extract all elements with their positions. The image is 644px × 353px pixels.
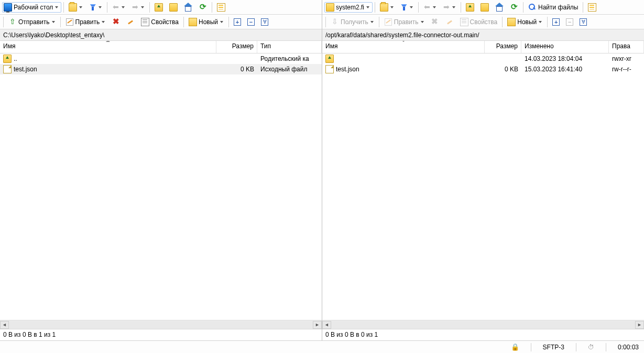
folder-icon (326, 3, 334, 12)
right-file-list: Имя Размер Изменено Права 14.03.2023 18:… (322, 41, 644, 329)
home-button[interactable] (181, 2, 195, 13)
scroll-track[interactable] (331, 321, 635, 329)
chevron-down-icon (220, 20, 224, 24)
chevron-down-icon (370, 20, 374, 24)
delete-button[interactable]: ✖ (428, 16, 442, 28)
edit-button[interactable]: Править (63, 16, 108, 28)
cell-size (485, 58, 521, 59)
properties-button[interactable]: Свойства (457, 16, 500, 28)
right-hscroll[interactable]: ◄ ► (322, 320, 644, 329)
expand-all-button[interactable]: + (550, 17, 562, 27)
right-pane: system2.fi ⬅ ➡ ⟳ Найти файлы (322, 0, 644, 340)
table-row[interactable]: ..Родительский ка (0, 54, 322, 64)
left-file-list: Имя Размер Тип ..Родительский каtest.jso… (0, 41, 322, 329)
send-button[interactable]: ⇧ Отправить (6, 16, 58, 28)
back-button[interactable]: ⬅ (110, 2, 128, 13)
properties-label: Свойства (151, 18, 179, 26)
col-size[interactable]: Размер (216, 41, 257, 53)
chevron-down-icon (141, 5, 145, 9)
receive-button[interactable]: ⇩ Получить (328, 16, 377, 28)
root-button[interactable] (478, 2, 492, 13)
stopwatch-icon: ⏱ (588, 344, 594, 351)
table-row[interactable]: test.json0 KBИсходный файл (0, 64, 322, 74)
cell-type: Родительский ка (257, 55, 322, 63)
scroll-right-icon[interactable]: ► (635, 321, 644, 329)
new-button[interactable]: Новый (505, 16, 545, 28)
arrow-right-icon: ➡ (443, 3, 450, 12)
col-type[interactable]: Тип (257, 41, 322, 53)
right-list-body[interactable]: 14.03.2023 18:04:04rwxr-xrtest.json0 KB1… (322, 54, 644, 320)
sort-desc-icon (401, 41, 406, 42)
left-columns: Имя Размер Тип (0, 41, 322, 54)
refresh-button[interactable]: ⟳ (507, 2, 521, 13)
refresh-button[interactable]: ⟳ (196, 2, 210, 13)
open-folder-button[interactable] (66, 2, 85, 13)
left-hscroll[interactable]: ◄ ► (0, 320, 322, 329)
cell-changed: 15.03.2023 16:41:40 (521, 65, 609, 73)
chevron-down-icon (102, 20, 105, 24)
collapse-all-button[interactable]: − (563, 17, 576, 27)
location-combo-right[interactable]: system2.fi (324, 2, 373, 13)
find-label: Найти файлы (538, 4, 578, 11)
parent-button[interactable] (152, 2, 166, 13)
col-size[interactable]: Размер (485, 41, 521, 53)
arrow-left-icon: ⬅ (423, 3, 431, 12)
filter-button[interactable] (398, 2, 416, 13)
col-name[interactable]: Имя (0, 41, 216, 53)
cell-rights: rwxr-xr (609, 55, 644, 63)
root-button[interactable] (167, 2, 180, 13)
cell-changed: 14.03.2023 18:04:04 (521, 55, 609, 63)
home-button[interactable] (493, 2, 506, 13)
folder-up-icon (325, 55, 334, 63)
tree-button[interactable] (585, 2, 599, 13)
cell-size (216, 58, 257, 59)
right-path[interactable]: /opt/karaf/data/shared/system2.file-conn… (322, 29, 644, 41)
edit-button[interactable]: Править (381, 16, 427, 28)
table-row[interactable]: 14.03.2023 18:04:04rwxr-xr (322, 54, 644, 64)
location-combo-left[interactable]: Рабочий стол (2, 2, 61, 13)
left-pane: Рабочий стол ⬅ ➡ ⟳ ⇧ Отправить (0, 0, 322, 340)
folder-open-icon (380, 3, 388, 12)
select-button[interactable]: ∀ (258, 17, 271, 27)
scroll-track[interactable] (9, 321, 313, 329)
open-folder-button[interactable] (377, 2, 397, 13)
select-button[interactable]: ∀ (577, 17, 590, 27)
cell-name (322, 54, 485, 63)
col-changed[interactable]: Изменено (521, 41, 609, 53)
minus-icon: − (247, 18, 255, 26)
delete-icon: ✖ (431, 18, 439, 26)
left-list-body[interactable]: ..Родительский каtest.json0 KBИсходный ф… (0, 54, 322, 320)
chevron-down-icon (452, 5, 456, 9)
rename-button[interactable] (443, 16, 456, 28)
tree-button[interactable] (214, 2, 228, 13)
status-stopwatch[interactable]: ⏱ (586, 344, 596, 351)
back-button[interactable]: ⬅ (421, 2, 439, 13)
parent-button[interactable] (463, 2, 477, 13)
edit-icon (384, 18, 392, 26)
filter-button[interactable] (86, 2, 105, 13)
table-row[interactable]: test.json0 KB15.03.2023 16:41:40rw-r--r- (322, 64, 644, 74)
new-label: Новый (199, 18, 218, 26)
rename-button[interactable] (124, 16, 137, 28)
right-toolbar-2: ⇩ Получить Править ✖ Свойства Новый (322, 15, 644, 29)
col-name[interactable]: Имя (322, 41, 485, 53)
scroll-right-icon[interactable]: ► (313, 321, 322, 329)
expand-all-button[interactable]: + (231, 17, 244, 27)
properties-button[interactable]: Свойства (138, 16, 181, 28)
sort-asc-icon (106, 41, 110, 42)
scroll-left-icon[interactable]: ◄ (0, 321, 9, 329)
status-lock[interactable]: 🔒 (509, 343, 521, 351)
col-rights[interactable]: Права (609, 41, 644, 53)
left-path[interactable]: C:\Users\lyako\Desktop\test_entaxy\ (0, 29, 322, 41)
find-files-button[interactable]: Найти файлы (526, 2, 581, 13)
scroll-left-icon[interactable]: ◄ (322, 321, 331, 329)
forward-button[interactable]: ➡ (129, 2, 147, 13)
folder-up-icon (3, 55, 12, 63)
left-toolbar-2: ⇧ Отправить Править ✖ Свойства Новый (0, 15, 322, 29)
forward-button[interactable]: ➡ (440, 2, 459, 13)
new-button[interactable]: Новый (186, 16, 226, 28)
folder-up-icon (466, 3, 474, 12)
tree-icon (588, 3, 596, 12)
collapse-all-button[interactable]: − (245, 17, 257, 27)
delete-button[interactable]: ✖ (109, 16, 123, 28)
